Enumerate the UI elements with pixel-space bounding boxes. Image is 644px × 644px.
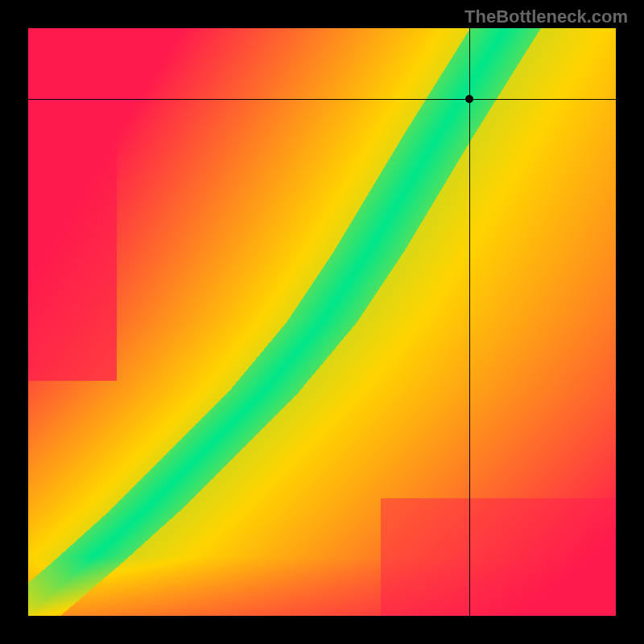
chart-container: TheBottleneck.com [0,0,644,644]
plot-area [28,28,616,616]
crosshair-vertical [469,28,470,616]
heatmap-canvas [28,28,616,616]
marker-dot [465,95,473,103]
watermark-text: TheBottleneck.com [464,6,628,27]
crosshair-horizontal [28,99,616,100]
